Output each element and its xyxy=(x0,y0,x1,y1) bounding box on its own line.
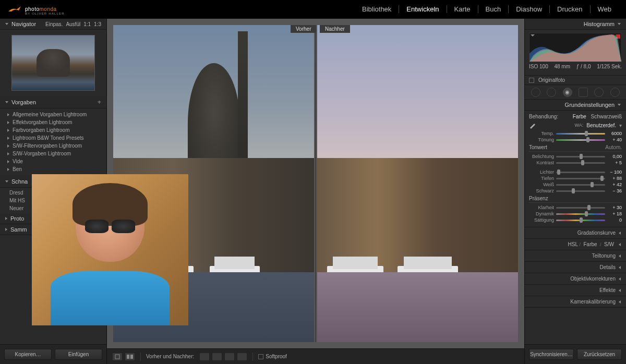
sync-button[interactable]: Synchronisieren… xyxy=(529,349,574,360)
logo-icon xyxy=(7,4,22,15)
preset-folder[interactable]: Allgemeine Vorgaben Lightroom xyxy=(0,111,106,118)
nav-zoom-fit[interactable]: Einpas. xyxy=(45,21,63,27)
svg-rect-2 xyxy=(130,355,133,359)
navigator-thumbnail[interactable] xyxy=(0,30,106,96)
vibrance-slider[interactable] xyxy=(556,211,605,216)
crop-tool-icon[interactable] xyxy=(531,88,540,97)
tool-strip: ◉ xyxy=(525,85,626,100)
exposure-slider[interactable] xyxy=(556,154,605,159)
temp-slider[interactable] xyxy=(556,131,605,136)
preset-folder[interactable]: Effektvorgaben Lightroom xyxy=(0,118,106,126)
ba-mode-1-icon[interactable] xyxy=(199,353,210,361)
after-image[interactable] xyxy=(317,25,518,342)
overlay-portrait xyxy=(32,174,188,325)
presets-header[interactable]: Vorgaben + xyxy=(0,96,106,108)
clarity-slider[interactable] xyxy=(556,205,605,210)
spot-tool-icon[interactable] xyxy=(547,88,556,97)
grad-filter-icon[interactable] xyxy=(579,88,588,97)
wb-picker-icon[interactable] xyxy=(529,122,536,129)
nav-zoom-1-1[interactable]: 1:1 xyxy=(83,21,91,27)
bottom-toolbar: Vorher und Nachher: Softproof xyxy=(107,348,524,364)
splittone-header[interactable]: Teiltonung xyxy=(525,250,626,262)
preset-folder[interactable]: Vide xyxy=(0,157,106,165)
ba-mode-4-icon[interactable] xyxy=(237,353,247,361)
histo-focal: 48 mm xyxy=(554,64,570,69)
ba-mode-2-icon[interactable] xyxy=(212,353,222,361)
brush-tool-icon[interactable] xyxy=(610,88,620,97)
preset-folder[interactable]: S/W-Vorgaben Lightroom xyxy=(0,150,106,157)
module-book[interactable]: Buch xyxy=(478,5,509,13)
treatment-bw[interactable]: Schwarzweiß xyxy=(591,114,622,119)
before-after-lr-icon[interactable] xyxy=(125,353,135,361)
before-label: Vorher xyxy=(291,25,316,33)
preset-folder[interactable]: Farbvorgaben Lightroom xyxy=(0,126,106,134)
histogram-header[interactable]: Histogramm xyxy=(525,19,626,30)
svg-rect-1 xyxy=(127,355,129,359)
treatment-label: Behandlung: xyxy=(529,114,558,119)
loupe-view-icon[interactable] xyxy=(112,353,123,361)
treatment-color[interactable]: Farbe xyxy=(573,114,586,119)
module-develop[interactable]: Entwickeln xyxy=(399,5,447,13)
right-panel: Histogramm ISO 100 48 mm ƒ / 8,0 1/125 S… xyxy=(524,19,626,364)
module-library[interactable]: Bibliothek xyxy=(355,5,399,13)
redeye-tool-icon[interactable]: ◉ xyxy=(563,88,572,97)
wb-dropdown[interactable]: Benutzerdef. xyxy=(586,123,616,128)
blacks-slider[interactable] xyxy=(556,188,605,193)
tonecurve-header[interactable]: Gradationskurve xyxy=(525,227,626,239)
shadows-slider[interactable] xyxy=(556,176,605,181)
histo-shutter: 1/125 Sek. xyxy=(597,64,622,69)
module-map[interactable]: Karte xyxy=(447,5,478,13)
preset-folder[interactable]: Lightroom B&W Toned Presets xyxy=(0,134,106,142)
navigator-header[interactable]: Navigator Einpas. Ausfül 1:1 1:3 xyxy=(0,19,106,30)
preset-folder[interactable]: S/W-Filtervorgaben Lightroom xyxy=(0,142,106,150)
module-web[interactable]: Web xyxy=(591,5,619,13)
lens-header[interactable]: Objektivkorrekturen xyxy=(525,273,626,285)
nav-zoom-fill[interactable]: Ausfül xyxy=(66,21,80,27)
calibration-header[interactable]: Kamerakalibrierung xyxy=(525,296,626,308)
saturation-slider[interactable] xyxy=(556,217,605,223)
ba-mode-3-icon[interactable] xyxy=(224,353,235,361)
nav-zoom-ratio[interactable]: 1:3 xyxy=(94,21,101,27)
hsl-header[interactable]: HSL / Farbe / S/W xyxy=(525,239,626,250)
before-after-divider[interactable] xyxy=(315,25,316,342)
contrast-slider[interactable] xyxy=(556,160,605,165)
effects-header[interactable]: Effekte xyxy=(525,285,626,296)
basic-header[interactable]: Grundeinstellungen xyxy=(525,100,626,111)
histogram[interactable] xyxy=(529,33,622,62)
whites-slider[interactable] xyxy=(556,182,605,187)
histo-iso: ISO 100 xyxy=(529,64,548,69)
module-print[interactable]: Drucken xyxy=(550,5,590,13)
module-picker: Bibliothek Entwickeln Karte Buch Diashow… xyxy=(355,5,619,13)
after-label: Nachher xyxy=(320,25,350,33)
detail-header[interactable]: Details xyxy=(525,262,626,273)
before-after-mode-label: Vorher und Nachher: xyxy=(146,354,194,359)
svg-rect-0 xyxy=(115,355,119,359)
histo-aperture: ƒ / 8,0 xyxy=(576,64,591,69)
paste-button[interactable]: Einfügen xyxy=(55,349,102,360)
preset-folder[interactable]: Ben xyxy=(0,165,106,173)
softproof-checkbox[interactable]: Softproof xyxy=(258,354,287,359)
copy-button[interactable]: Kopieren… xyxy=(4,349,52,360)
tint-slider[interactable] xyxy=(556,137,605,142)
original-photo-toggle[interactable]: Originalfoto xyxy=(525,76,626,85)
radial-filter-icon[interactable] xyxy=(594,88,604,97)
logo: photomonda BY OLIVER HALLER xyxy=(7,4,65,15)
top-bar: photomonda BY OLIVER HALLER Bibliothek E… xyxy=(0,0,626,19)
auto-tone-button[interactable]: Autom. xyxy=(605,144,622,150)
reset-button[interactable]: Zurücksetzen xyxy=(577,349,622,360)
highlights-slider[interactable] xyxy=(556,169,605,175)
module-slideshow[interactable]: Diashow xyxy=(509,5,550,13)
preset-list: Allgemeine Vorgaben Lightroom Effektvorg… xyxy=(0,108,106,175)
add-preset-icon[interactable]: + xyxy=(97,98,101,106)
